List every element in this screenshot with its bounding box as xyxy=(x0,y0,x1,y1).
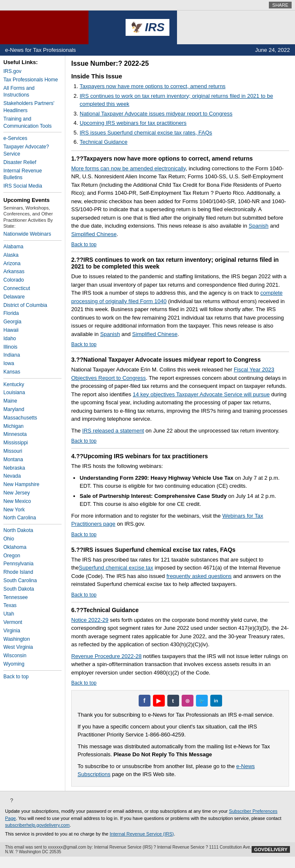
newsletter-title: e-News for Tax Professionals xyxy=(5,47,76,53)
sidebar-state-wyoming[interactable]: Wyoming xyxy=(3,661,62,668)
sidebar-state-utah[interactable]: Utah xyxy=(3,610,62,618)
toc-link-1[interactable]: Taxpayers now have more options to corre… xyxy=(80,83,225,89)
youtube-icon[interactable]: ▶ xyxy=(153,695,165,707)
section5-link2[interactable]: frequently asked questions xyxy=(166,573,232,579)
toc-link-5[interactable]: IRS issues Superfund chemical excise tax… xyxy=(80,129,212,136)
sidebar-link-social-media[interactable]: IRS Social Media xyxy=(3,183,62,190)
sidebar-nationwide-webinars[interactable]: Nationwide Webinars xyxy=(3,231,62,238)
sidebar-state-massachusetts[interactable]: Massachusetts xyxy=(3,414,62,422)
back-to-top-link-6[interactable]: Back to top xyxy=(71,680,97,686)
sidebar-state-ohio[interactable]: Ohio xyxy=(3,535,62,543)
sidebar-state-mississippi[interactable]: Mississippi xyxy=(3,439,62,446)
sidebar-state-new-york[interactable]: New York xyxy=(3,506,62,513)
toc-link-6[interactable]: Technical Guidance xyxy=(80,139,127,145)
toc-link-3[interactable]: National Taxpayer Advocate issues midyea… xyxy=(80,110,233,117)
section1-link1[interactable]: More forms can now be amended electronic… xyxy=(71,165,185,172)
sidebar-state-tennessee[interactable]: Tennessee xyxy=(3,594,62,601)
sidebar-state-rhode-island[interactable]: Rhode Island xyxy=(3,569,62,576)
sidebar-link-training[interactable]: Training and Communication Tools xyxy=(3,116,62,130)
sidebar-state-kentucky[interactable]: Kentucky xyxy=(3,381,62,388)
section1-spanish-link[interactable]: Spanish xyxy=(249,223,268,229)
sidebar-state-missouri[interactable]: Missouri xyxy=(3,448,62,455)
sidebar-state-hawaii[interactable]: Hawaii xyxy=(3,327,62,334)
sidebar-state-alabama[interactable]: Alabama xyxy=(3,243,62,250)
sidebar-state-arizona[interactable]: Arizona xyxy=(3,260,62,267)
sidebar-state-colorado[interactable]: Colorado xyxy=(3,277,62,284)
sidebar-link-taxpayer-advocate[interactable]: Taxpayer Advocate?Service xyxy=(3,143,62,158)
sidebar-state-michigan[interactable]: Michigan xyxy=(3,423,62,430)
sidebar-state-maine[interactable]: Maine xyxy=(3,398,62,405)
section2-spanish-link[interactable]: Spanish xyxy=(100,331,120,337)
section3-link2[interactable]: 14 key objectives Taxpayer Advocate Serv… xyxy=(133,391,270,398)
sidebar-state-west-virginia[interactable]: West Virginia xyxy=(3,644,62,651)
sidebar-state-new-hampshire[interactable]: New Hampshire xyxy=(3,481,62,488)
sidebar-state-south-dakota[interactable]: South Dakota xyxy=(3,586,62,593)
sidebar-state-oklahoma[interactable]: Oklahoma xyxy=(3,544,62,551)
footer-para1: Thank you for subscribing to e-News for … xyxy=(78,711,283,719)
instagram-icon[interactable]: ◎ xyxy=(182,695,193,707)
sidebar-state-illinois[interactable]: Illinois xyxy=(3,344,62,351)
sidebar-state-dc[interactable]: District of Columbia xyxy=(3,302,62,309)
sidebar-state-virginia[interactable]: Virginia xyxy=(3,627,62,634)
sidebar-state-pennsylvania[interactable]: Pennsylvania xyxy=(3,560,62,567)
sidebar-state-south-carolina[interactable]: South Carolina xyxy=(3,577,62,584)
sidebar-state-wisconsin[interactable]: Wisconsin xyxy=(3,652,62,659)
sidebar-state-texas[interactable]: Texas xyxy=(3,602,62,609)
back-to-top-link-3[interactable]: Back to top xyxy=(71,438,97,444)
sidebar-state-north-dakota[interactable]: North Dakota xyxy=(3,527,62,534)
irs-link[interactable]: Internal Revenue Service (IRS) xyxy=(110,831,174,836)
sidebar-state-florida[interactable]: Florida xyxy=(3,310,62,317)
sidebar-state-montana[interactable]: Montana xyxy=(3,456,62,463)
subscriberhelp-link[interactable]: subscriberhelp.govdelivery.com xyxy=(5,822,70,828)
sidebar-state-minnesota[interactable]: Minnesota xyxy=(3,431,62,438)
section6-link2[interactable]: Revenue Procedure 2022-28 xyxy=(71,653,142,659)
sidebar-state-arkansas[interactable]: Arkansas xyxy=(3,268,62,275)
sidebar-state-new-jersey[interactable]: New Jersey xyxy=(3,489,62,497)
facebook-icon[interactable]: f xyxy=(139,695,150,707)
sidebar-state-louisiana[interactable]: Louisiana xyxy=(3,389,62,396)
irs-logo-text: IRS xyxy=(145,21,165,34)
tumblr-icon[interactable]: t xyxy=(167,695,179,707)
footer-para2: If you have a specific concern about you… xyxy=(78,723,283,739)
sidebar-link-tax-professionals-home[interactable]: Tax Professionals Home xyxy=(3,76,62,83)
section4-bullets: Understanding Form 2290: Heavy Highway V… xyxy=(80,474,289,508)
sidebar-state-washington[interactable]: Washington xyxy=(3,636,62,643)
sidebar-link-forms[interactable]: All Forms and Instructions xyxy=(3,85,62,99)
toc-link-2[interactable]: IRS continues to work on tax return inve… xyxy=(80,93,273,107)
sidebar-state-vermont[interactable]: Vermont xyxy=(3,619,62,626)
sidebar-link-irb[interactable]: Internal Revenue Bulletins xyxy=(3,167,62,182)
twitter-icon[interactable]: 🐦 xyxy=(196,695,208,707)
sidebar-state-delaware[interactable]: Delaware xyxy=(3,293,62,301)
sidebar-state-new-mexico[interactable]: New Mexico xyxy=(3,498,62,505)
back-to-top-link-5[interactable]: Back to top xyxy=(71,592,97,598)
sidebar-state-indiana[interactable]: Indiana xyxy=(3,352,62,359)
sidebar-state-oregon[interactable]: Oregon xyxy=(3,552,62,559)
linkedin-icon[interactable]: in xyxy=(210,695,222,707)
sidebar-state-nevada[interactable]: Nevada xyxy=(3,473,62,480)
sidebar-link-stakeholders[interactable]: Stakeholders Partners' Headliners xyxy=(3,100,62,114)
toc-link-4[interactable]: Upcoming IRS webinars for tax practition… xyxy=(80,120,187,126)
sidebar-state-maryland[interactable]: Maryland xyxy=(3,406,62,413)
sidebar-state-idaho[interactable]: Idaho xyxy=(3,335,62,342)
share-button[interactable]: SHARE xyxy=(269,2,292,8)
sidebar-state-alaska[interactable]: Alaska xyxy=(3,252,62,259)
sidebar-state-kansas[interactable]: Kansas xyxy=(3,368,62,376)
govdelivery-logo: GOVDELIVERY xyxy=(252,846,290,853)
section2-simplified-chinese-link[interactable]: Simplified Chinese xyxy=(132,331,178,337)
sidebar-state-nebraska[interactable]: Nebraska xyxy=(3,465,62,472)
sidebar-link-disaster-relief[interactable]: Disaster Relief xyxy=(3,159,62,166)
section3-link3[interactable]: IRS released a statement xyxy=(82,427,144,434)
back-to-top-link-2[interactable]: Back to top xyxy=(71,341,97,347)
back-to-top-link-4[interactable]: Back to top xyxy=(71,532,97,537)
sidebar-back-to-top[interactable]: Back to top xyxy=(3,673,62,680)
section6-link1[interactable]: Notice 2022-29 xyxy=(71,617,108,623)
back-to-top-link-1[interactable]: Back to top xyxy=(71,242,97,247)
section1-simplified-chinese-link[interactable]: Simplified Chinese xyxy=(71,231,117,237)
sidebar-link-irsgov[interactable]: IRS.gov xyxy=(3,68,62,75)
sidebar-link-eservices[interactable]: e-Services xyxy=(3,135,62,142)
sidebar-state-georgia[interactable]: Georgia xyxy=(3,318,62,325)
sidebar-state-connecticut[interactable]: Connecticut xyxy=(3,285,62,292)
section5-link1[interactable]: Superfund chemical excise tax xyxy=(79,564,153,571)
sidebar-state-north-carolina[interactable]: North Carolina xyxy=(3,514,62,521)
sidebar-state-iowa[interactable]: Iowa xyxy=(3,360,62,367)
